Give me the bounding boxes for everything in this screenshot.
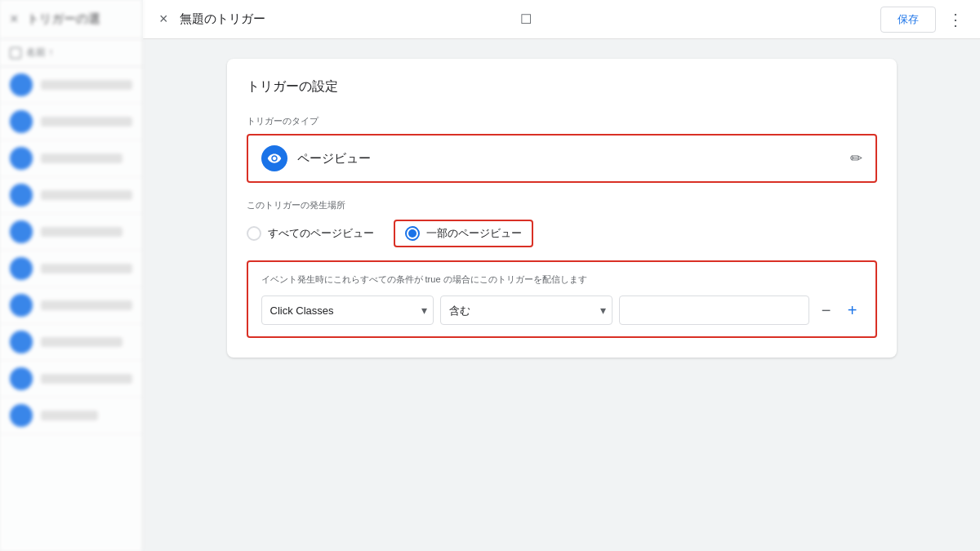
fire-on-section: このトリガーの発生場所 すべてのページビュー 一部のページビュー: [247, 199, 877, 247]
condition-select2[interactable]: 含む: [440, 295, 612, 325]
fire-on-label: このトリガーの発生場所: [247, 199, 877, 211]
item-label: [41, 411, 98, 420]
condition-select2-wrapper: 含む ▾: [440, 295, 612, 325]
sidebar-close-icon[interactable]: ×: [10, 11, 19, 28]
item-avatar: [10, 220, 33, 243]
list-item[interactable]: [0, 251, 142, 287]
list-item[interactable]: [0, 324, 142, 361]
main-panel: × 無題のトリガー ☐ 保存 ⋮ トリガーの設定 トリガーのタイプ ページビュー…: [143, 0, 980, 551]
topbar-close-icon[interactable]: ×: [156, 7, 172, 31]
item-avatar: [10, 110, 33, 133]
item-avatar: [10, 147, 33, 170]
checkbox-icon: [10, 47, 21, 59]
item-label: [41, 117, 132, 127]
topbar: × 無題のトリガー ☐ 保存 ⋮: [143, 0, 980, 39]
list-item[interactable]: [0, 287, 142, 324]
item-avatar: [10, 184, 33, 207]
item-label: [41, 80, 132, 90]
item-label: [41, 153, 122, 163]
radio-group: すべてのページビュー 一部のページビュー: [247, 220, 877, 247]
trigger-type-label: トリガーのタイプ: [247, 115, 877, 127]
item-label: [41, 374, 132, 384]
trigger-type-icon: [261, 145, 287, 171]
item-label: [41, 227, 122, 237]
sidebar-name-col: 名前 ↑: [26, 46, 53, 60]
item-avatar: [10, 331, 33, 353]
sidebar-items: [0, 67, 142, 551]
sidebar-header: × トリガーの選: [0, 0, 142, 39]
trigger-settings-card: トリガーの設定 トリガーのタイプ ページビュー ✏ このトリガーの発生場所: [227, 59, 897, 358]
sidebar-name-row: 名前 ↑: [0, 39, 142, 67]
list-item[interactable]: [0, 361, 142, 398]
item-label: [41, 300, 132, 310]
item-avatar: [10, 257, 33, 280]
add-condition-button[interactable]: +: [842, 301, 862, 320]
condition-row: Click Classes ▾ 含む ▾ −: [261, 295, 862, 325]
sidebar: × トリガーの選 名前 ↑: [0, 0, 143, 551]
item-label: [41, 337, 122, 347]
item-avatar: [10, 294, 33, 317]
item-label: [41, 264, 132, 273]
more-menu-icon[interactable]: ⋮: [944, 7, 967, 33]
topbar-title: 無題のトリガー: [180, 11, 512, 27]
list-item[interactable]: [0, 177, 142, 214]
save-button[interactable]: 保存: [880, 7, 936, 33]
condition-select1-wrapper: Click Classes ▾: [261, 295, 434, 325]
item-avatar: [10, 404, 33, 427]
radio-some-label: 一部のページビュー: [426, 226, 522, 241]
list-item[interactable]: [0, 140, 142, 177]
radio-all-label: すべてのページビュー: [268, 226, 374, 241]
list-item[interactable]: [0, 214, 142, 251]
condition-label: イベント発生時にこれらすべての条件が true の場合にこのトリガーを配信します: [261, 273, 862, 286]
folder-icon[interactable]: ☐: [520, 11, 532, 27]
trigger-type-box[interactable]: ページビュー ✏: [247, 134, 877, 183]
list-item[interactable]: [0, 67, 142, 104]
trigger-type-value: ページビュー: [297, 151, 840, 167]
sidebar-title: トリガーの選: [27, 11, 100, 27]
list-item[interactable]: [0, 398, 142, 434]
item-avatar: [10, 367, 33, 390]
radio-some-pages-bordered[interactable]: 一部のページビュー: [394, 220, 533, 247]
remove-condition-button[interactable]: −: [816, 301, 835, 320]
radio-circle-some: [405, 226, 420, 241]
condition-select1[interactable]: Click Classes: [261, 295, 434, 325]
content-area: トリガーの設定 トリガーのタイプ ページビュー ✏ このトリガーの発生場所: [143, 39, 980, 551]
list-item[interactable]: [0, 104, 142, 140]
condition-section: イベント発生時にこれらすべての条件が true の場合にこのトリガーを配信します…: [247, 260, 877, 338]
condition-value-input[interactable]: [619, 295, 809, 325]
radio-circle-all: [247, 226, 261, 241]
item-avatar: [10, 73, 33, 96]
radio-all-pages[interactable]: すべてのページビュー: [247, 226, 374, 241]
edit-trigger-type-icon[interactable]: ✏: [850, 149, 862, 167]
card-title: トリガーの設定: [247, 78, 877, 96]
item-label: [41, 190, 132, 200]
